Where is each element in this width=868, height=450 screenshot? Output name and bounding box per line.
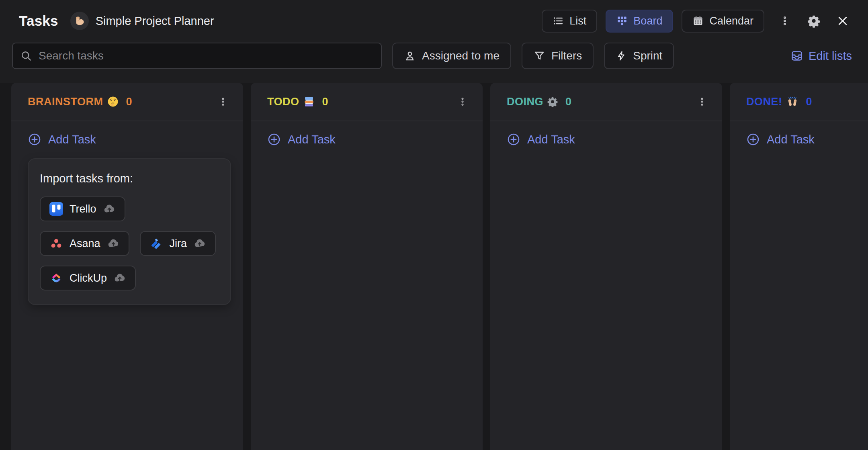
top-bar: Tasks Simple Project Planner <box>0 0 868 42</box>
column-doing: DOING 0 <box>490 83 722 450</box>
books-emoji <box>303 96 315 108</box>
project-badge <box>70 12 89 30</box>
project-info: Simple Project Planner <box>70 12 214 30</box>
jira-logo <box>149 237 163 250</box>
import-asana-label: Asana <box>70 237 100 250</box>
column-count: 0 <box>322 96 328 108</box>
filters-button[interactable]: Filters <box>522 43 594 69</box>
task-board-app: Tasks Simple Project Planner <box>0 0 868 450</box>
column-body: Add Task <box>251 121 483 149</box>
import-trello-label: Trello <box>70 203 96 215</box>
import-tasks-card: Import tasks from: <box>28 158 231 305</box>
column-kebab-icon[interactable] <box>693 93 711 110</box>
import-tasks-title: Import tasks from: <box>40 172 220 185</box>
add-task-button[interactable]: Add Task <box>746 130 815 149</box>
asana-logo <box>49 237 63 250</box>
calendar-icon <box>692 15 704 27</box>
person-icon <box>404 50 416 62</box>
search-icon <box>20 50 32 62</box>
add-task-label: Add Task <box>48 133 96 146</box>
assigned-to-me-label: Assigned to me <box>422 49 500 62</box>
edit-lists-stack-icon <box>790 49 803 62</box>
kanban-board: BRAINSTORM 0 <box>0 83 868 450</box>
column-header: TODO 0 <box>251 83 483 121</box>
add-task-label: Add Task <box>288 133 336 146</box>
search-box[interactable] <box>12 43 382 69</box>
column-kebab-icon[interactable] <box>454 93 471 110</box>
column-body: Add Task Import tasks from: <box>11 121 243 305</box>
view-tab-list-label: List <box>569 15 586 27</box>
cloud-upload-icon <box>103 202 116 215</box>
list-icon <box>553 15 564 27</box>
plus-circle-icon <box>746 133 760 146</box>
search-input[interactable] <box>38 49 378 63</box>
plus-circle-icon <box>267 133 281 146</box>
gear-emoji <box>547 96 558 107</box>
add-task-label: Add Task <box>527 133 575 146</box>
sprint-button[interactable]: Sprint <box>604 43 674 69</box>
funnel-icon <box>533 50 545 62</box>
column-header: DOING 0 <box>490 83 722 121</box>
thinking-face-emoji <box>107 96 119 108</box>
column-body: Add Task <box>730 121 868 149</box>
flexed-biceps-emoji <box>74 15 86 27</box>
view-tab-list[interactable]: List <box>542 10 597 33</box>
page-title: Tasks <box>19 13 58 29</box>
import-clickup-button[interactable]: ClickUp <box>40 266 136 290</box>
add-task-button[interactable]: Add Task <box>267 130 336 149</box>
more-options-kebab-icon[interactable] <box>773 9 796 33</box>
filters-label: Filters <box>551 49 582 62</box>
column-header: DONE! <box>730 83 868 121</box>
project-name: Simple Project Planner <box>96 14 214 28</box>
column-todo: TODO 0 <box>251 83 483 450</box>
cloud-upload-icon <box>107 237 120 250</box>
window-actions <box>773 9 854 33</box>
column-title: TODO <box>267 96 315 108</box>
add-task-button[interactable]: Add Task <box>28 130 96 149</box>
column-title: DOING <box>507 96 558 108</box>
toolbar: Assigned to me Filters Sprint <box>0 42 868 70</box>
column-kebab-icon[interactable] <box>214 93 232 110</box>
import-asana-button[interactable]: Asana <box>40 231 129 256</box>
column-count: 0 <box>806 96 812 108</box>
close-icon[interactable] <box>831 9 854 33</box>
column-title: BRAINSTORM <box>28 96 119 108</box>
view-tab-calendar-label: Calendar <box>709 15 753 27</box>
column-brainstorm: BRAINSTORM 0 <box>11 83 243 450</box>
cloud-upload-icon <box>193 237 206 250</box>
view-tab-board[interactable]: Board <box>606 10 673 33</box>
add-task-button[interactable]: Add Task <box>507 130 575 149</box>
column-count: 0 <box>126 96 132 108</box>
edit-lists-label: Edit lists <box>809 49 852 63</box>
lightning-bolt-icon <box>616 50 627 61</box>
view-tab-calendar[interactable]: Calendar <box>682 10 764 33</box>
add-task-label: Add Task <box>767 133 815 146</box>
view-tab-board-label: Board <box>633 15 662 27</box>
trello-logo <box>49 202 63 216</box>
cloud-upload-icon <box>113 272 126 284</box>
plus-circle-icon <box>28 133 41 146</box>
settings-gear-icon[interactable] <box>802 9 825 33</box>
assigned-to-me-button[interactable]: Assigned to me <box>392 43 511 69</box>
import-jira-label: Jira <box>170 237 187 250</box>
import-trello-button[interactable]: Trello <box>40 196 125 221</box>
sprint-label: Sprint <box>633 49 662 62</box>
import-sources: Trello <box>40 196 220 290</box>
raising-hands-emoji <box>786 96 799 108</box>
column-header: BRAINSTORM 0 <box>11 83 243 121</box>
plus-circle-icon <box>507 133 520 146</box>
column-body: Add Task <box>490 121 722 149</box>
import-clickup-label: ClickUp <box>70 272 107 284</box>
clickup-logo <box>49 271 63 285</box>
import-jira-button[interactable]: Jira <box>140 231 216 256</box>
column-title: DONE! <box>746 96 799 108</box>
column-done: DONE! <box>730 83 868 450</box>
view-switcher: List Board <box>542 10 764 33</box>
edit-lists-button[interactable]: Edit lists <box>788 49 854 63</box>
column-count: 0 <box>565 96 571 108</box>
board-icon <box>616 15 628 27</box>
